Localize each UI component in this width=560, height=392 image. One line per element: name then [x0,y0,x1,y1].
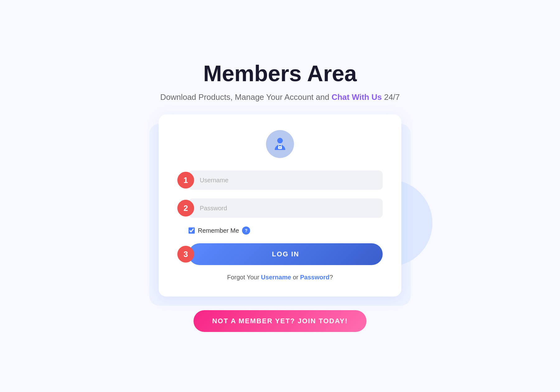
remember-row: Remember Me ? [189,226,383,235]
username-field-row: 1 [177,170,383,190]
subtitle-before: Download Products, Manage Your Account a… [160,92,332,102]
remember-me-checkbox[interactable] [189,227,195,234]
join-button[interactable]: NOT A MEMBER YET? JOIN TODAY! [194,310,366,332]
forgot-row: Forgot Your Username or Password? [177,274,383,281]
forgot-password-link[interactable]: Password [300,274,329,281]
avatar [266,130,294,158]
info-icon[interactable]: ? [242,226,250,235]
username-input[interactable] [189,170,383,190]
login-card: 1 2 Remember Me ? 3 LOG IN Forgot Your U… [159,114,401,296]
card-container: 1 2 Remember Me ? 3 LOG IN Forgot Your U… [159,114,401,296]
user-lock-icon [272,136,288,152]
login-button[interactable]: LOG IN [189,243,383,265]
avatar-wrap [177,130,383,158]
chat-with-us-link[interactable]: Chat With Us [332,92,382,102]
step-badge-1: 1 [177,172,194,189]
forgot-text-mid: or [291,274,300,281]
svg-point-0 [277,138,283,143]
password-input[interactable] [189,198,383,218]
page-subtitle: Download Products, Manage Your Account a… [160,92,400,102]
step-badge-2: 2 [177,200,194,217]
page-header: Members Area Download Products, Manage Y… [160,60,400,102]
step-badge-3: 3 [177,246,194,263]
page-wrapper: Members Area Download Products, Manage Y… [0,60,560,332]
page-title: Members Area [160,60,400,87]
forgot-text-after: ? [329,274,333,281]
forgot-username-link[interactable]: Username [261,274,291,281]
svg-point-2 [280,147,281,148]
password-field-row: 2 [177,198,383,218]
remember-me-label: Remember Me [198,227,239,234]
subtitle-after: 24/7 [382,92,400,102]
login-row: 3 LOG IN [177,243,383,265]
forgot-text-before: Forgot Your [227,274,261,281]
